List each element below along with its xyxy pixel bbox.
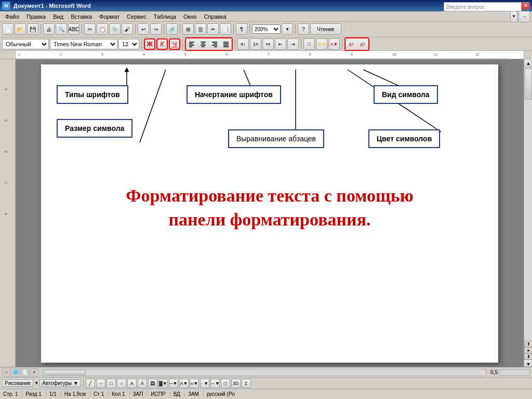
print-view-btn[interactable]: 📄: [21, 368, 29, 377]
docmap-btn[interactable]: 📑: [220, 23, 231, 35]
scroll-up-button[interactable]: ▲: [524, 59, 532, 68]
svg-text:6: 6: [226, 52, 228, 56]
style-select[interactable]: Обычный: [2, 39, 49, 49]
3d-tool[interactable]: 3D: [231, 379, 241, 388]
align-justify-button[interactable]: [220, 38, 232, 50]
drawing-menu-btn[interactable]: ▼: [34, 381, 38, 385]
clipart-tool[interactable]: 🖼: [148, 379, 157, 388]
preview-btn[interactable]: 🔍: [56, 23, 67, 35]
autoshapes-label[interactable]: Автофигуры ▼: [39, 379, 81, 387]
hyperlink-btn[interactable]: 🔗: [166, 23, 178, 35]
decrease-indent-btn[interactable]: ⇤: [275, 38, 286, 50]
subscript-button[interactable]: x2: [357, 38, 368, 50]
outside-borders-btn[interactable]: □: [303, 38, 315, 50]
heading-line2: панели форматирования.: [51, 208, 488, 232]
menu-insert[interactable]: Вставка: [68, 13, 95, 20]
line-tool[interactable]: ╱: [86, 379, 95, 388]
align-center-button[interactable]: [197, 38, 209, 50]
numbering-btn[interactable]: 1≡: [250, 38, 261, 50]
zoom-select[interactable]: 200%: [252, 24, 281, 34]
web-view-btn[interactable]: 🌐: [11, 368, 20, 377]
copy-btn[interactable]: 📋: [97, 23, 108, 35]
bold-button[interactable]: Ж: [144, 38, 155, 50]
save-btn[interactable]: 💾: [27, 23, 38, 35]
status-bar: Стр. 1 Разд 1 1/1 На 1,9см Ст 1 Кол 1 ЗА…: [0, 389, 532, 399]
increase-indent-btn[interactable]: ⇥: [287, 38, 299, 50]
scroll-thumb[interactable]: [525, 69, 532, 100]
new-btn[interactable]: 📄: [2, 23, 14, 35]
svg-text:2: 2: [60, 52, 62, 56]
next-page-button[interactable]: ⬇: [524, 353, 532, 360]
table-btn[interactable]: ⊞: [182, 23, 194, 35]
format-painter-btn[interactable]: 🖌: [122, 23, 133, 35]
drawing-btn[interactable]: ✏: [207, 23, 219, 35]
sigma-tool[interactable]: Σ: [242, 379, 251, 388]
svg-text:7: 7: [268, 52, 270, 56]
line-spacing-btn[interactable]: ≡↕: [237, 38, 249, 50]
columns-btn[interactable]: |||: [195, 23, 206, 35]
menu-tools[interactable]: Сервис: [124, 13, 150, 20]
select-browse-button[interactable]: ●: [524, 347, 532, 353]
ellipse-tool[interactable]: ○: [117, 379, 126, 388]
wordart-tool[interactable]: Ā: [138, 379, 147, 388]
menu-window[interactable]: Окно: [180, 13, 200, 20]
open-btn[interactable]: 📂: [15, 23, 26, 35]
help-search[interactable]: →: [518, 11, 530, 22]
size-select[interactable]: 12: [118, 39, 139, 49]
show-hide-btn[interactable]: ¶: [236, 23, 247, 35]
arrow-tool[interactable]: →: [96, 379, 105, 388]
redo-btn[interactable]: ↪: [150, 23, 162, 35]
prev-page-button[interactable]: ⬆: [524, 341, 532, 347]
normal-view-btn[interactable]: □: [2, 368, 10, 377]
print-btn[interactable]: 🖨: [43, 23, 55, 35]
menu-file[interactable]: Файл: [2, 13, 22, 20]
fill-color-tool[interactable]: ▓▼: [158, 379, 168, 388]
read-mode-btn[interactable]: Чтение: [310, 23, 341, 35]
position-status: На 1,9см: [64, 391, 90, 397]
underline-button[interactable]: Ч: [169, 38, 180, 50]
undo-btn[interactable]: ↩: [138, 23, 149, 35]
record-status: ЗАП: [133, 391, 148, 397]
zoom-slider[interactable]: [499, 369, 530, 376]
vd-status: ВД: [174, 391, 185, 397]
horizontal-scroll-track[interactable]: [43, 369, 486, 376]
highlight-btn[interactable]: ab▼: [316, 38, 327, 50]
drawing-label[interactable]: Рисование: [2, 379, 33, 387]
font-color-btn[interactable]: A▼: [328, 38, 340, 50]
font-select[interactable]: Times New Roman: [50, 39, 117, 49]
arrow-style-tool[interactable]: ↔▼: [210, 379, 220, 388]
menu-view[interactable]: Вид: [50, 13, 66, 20]
font-color-drawing-tool[interactable]: A▼: [179, 379, 189, 388]
font-style-box: Начертание шрифтов: [187, 85, 281, 104]
align-left-button[interactable]: [186, 38, 197, 50]
outline-view-btn[interactable]: ≡: [30, 368, 38, 377]
help-input[interactable]: Введите вопрос: [444, 2, 522, 11]
close-button[interactable]: ✕: [521, 2, 530, 10]
bullets-btn[interactable]: •≡: [262, 38, 274, 50]
superscript-button[interactable]: x2: [345, 38, 357, 50]
paste-btn[interactable]: 📎: [109, 23, 121, 35]
menu-help[interactable]: Справка: [201, 13, 229, 20]
horizontal-scroll-thumb[interactable]: [44, 370, 86, 375]
menu-edit[interactable]: Правка: [23, 13, 49, 20]
help-btn[interactable]: ?: [298, 23, 309, 35]
italic-button[interactable]: К: [156, 38, 168, 50]
svg-text:12: 12: [475, 52, 480, 56]
rect-tool[interactable]: □: [107, 379, 116, 388]
symbol-view-box: Вид символа: [374, 85, 438, 104]
menu-format[interactable]: Формат: [96, 13, 123, 20]
scroll-track[interactable]: [524, 68, 532, 341]
col-status: Кол 1: [112, 391, 129, 397]
line-style-tool[interactable]: ═▼: [190, 379, 199, 388]
spell-btn[interactable]: ABC: [68, 23, 79, 35]
shadow-tool[interactable]: ◻: [221, 379, 230, 388]
cut-btn[interactable]: ✂: [84, 23, 96, 35]
textbox-tool[interactable]: A: [127, 379, 137, 388]
zoom-dropdown[interactable]: ▼: [282, 23, 293, 35]
heading-line1: Форматирование текста с помощью: [51, 184, 488, 208]
align-right-button[interactable]: [209, 38, 220, 50]
help-dropdown[interactable]: ▼: [510, 11, 517, 22]
dash-style-tool[interactable]: - ▼: [200, 379, 209, 388]
menu-table[interactable]: Таблица: [151, 13, 179, 20]
line-color-tool[interactable]: ─▼: [169, 379, 178, 388]
